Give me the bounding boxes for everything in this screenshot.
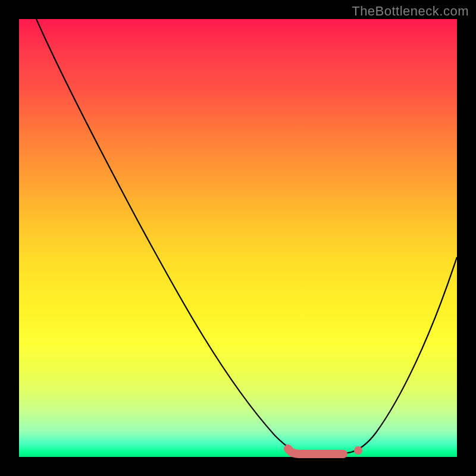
curve-layer	[19, 19, 457, 457]
min-marker-segment	[288, 449, 343, 454]
chart-frame: TheBottleneck.com	[0, 0, 476, 476]
watermark-text: TheBottleneck.com	[352, 4, 469, 19]
bottleneck-curve-path	[36, 19, 457, 454]
plot-area	[19, 19, 457, 457]
min-marker-dot	[354, 446, 362, 455]
